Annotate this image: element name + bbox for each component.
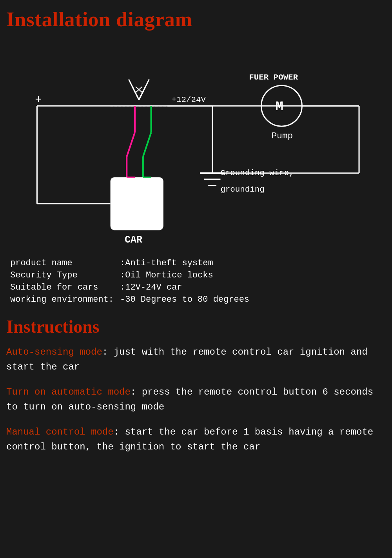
instruction-manual: Manual control mode: start the car befor…: [6, 425, 386, 455]
page-title: Installation diagram: [6, 8, 386, 31]
spec-value-security: :Oil Mortice locks: [120, 270, 213, 280]
svg-text:CAR: CAR: [125, 234, 142, 245]
spec-label-product: product name: [10, 258, 120, 268]
svg-text:+12/24V: +12/24V: [172, 95, 206, 104]
svg-text:+: +: [35, 94, 42, 107]
installation-diagram: + CAR +12/24V FUE: [6, 43, 386, 246]
spec-row-suitable: Suitable for cars :12V-24V car: [10, 283, 371, 292]
spec-row-working: working environment: -30 Degrees to 80 d…: [10, 295, 371, 304]
svg-text:FUER POWER: FUER POWER: [249, 73, 298, 82]
svg-rect-15: [111, 177, 163, 230]
svg-line-13: [143, 132, 151, 157]
spec-value-suitable: :12V-24V car: [120, 283, 182, 292]
spec-label-working: working environment:: [10, 295, 120, 304]
instruction-auto-mode: Turn on automatic mode: press the remote…: [6, 385, 386, 415]
svg-text:Pump: Pump: [271, 131, 293, 141]
spec-value-working: -30 Degrees to 80 degrees: [120, 295, 249, 304]
spec-table: product name :Anti-theft system Security…: [10, 258, 371, 304]
spec-label-security: Security Type: [10, 270, 120, 280]
spec-label-suitable: Suitable for cars: [10, 283, 120, 292]
instructions-title: Instructions: [6, 316, 386, 337]
svg-line-10: [127, 132, 135, 157]
svg-line-6: [139, 87, 145, 100]
svg-text:Grounding wire,: Grounding wire,: [220, 168, 294, 178]
svg-line-5: [133, 87, 139, 100]
spec-row-product: product name :Anti-theft system: [10, 258, 371, 268]
svg-text:grounding: grounding: [220, 185, 264, 194]
instruction-label-manual: Manual control mode: [6, 427, 114, 437]
spec-value-product: :Anti-theft system: [120, 258, 213, 268]
instruction-auto-sensing: Auto-sensing mode: just with the remote …: [6, 345, 386, 375]
svg-text:M: M: [276, 99, 283, 114]
instruction-label-auto: Auto-sensing mode: [6, 347, 102, 357]
spec-row-security: Security Type :Oil Mortice locks: [10, 270, 371, 280]
instruction-label-turn-on: Turn on automatic mode: [6, 387, 131, 397]
